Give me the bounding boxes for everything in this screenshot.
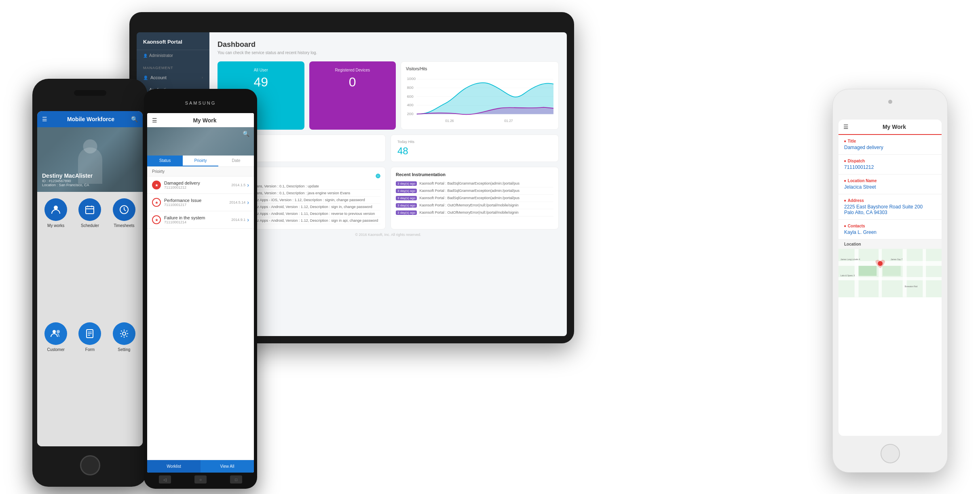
grid-my-works[interactable]: My works [42,198,70,316]
android-hero-image [147,127,254,156]
item-id-1: 71110001212 [164,185,231,189]
footer-text: © 2016 Kaonsoft, Inc. All rights reserve… [218,233,559,237]
form-icon [78,322,101,345]
grid-scheduler[interactable]: Scheduler [76,198,103,316]
today-hits-label: Today Hits [397,140,552,144]
svg-text:Lako & Spenc X: Lako & Spenc X [841,275,855,277]
svg-line-19 [124,210,126,211]
svg-point-26 [122,332,126,335]
item-name-2: Performance Issue [164,198,229,203]
grid-customer[interactable]: Customer [42,322,70,440]
location-name-value: Jelacica Street [844,184,936,190]
ios-home-button-left[interactable] [80,455,100,475]
chart-title: Visitors/Hits [406,67,553,71]
svg-rect-32 [903,249,907,297]
setting-icon [113,322,135,345]
android-menu-icon[interactable]: ☰ [152,117,157,124]
search-icon[interactable]: 🔍 [131,116,138,122]
person-head [83,139,97,153]
android-recent-button[interactable]: □ [230,475,242,483]
android-phone: SAMSUNG ☰ My Work 🔍 Status Prioirty Date… [144,89,257,489]
svg-text:1000: 1000 [407,76,416,81]
work-item-2[interactable]: ★ Performance Issue 71110001217 2014.5.1… [147,194,254,211]
work-item-3[interactable]: ★ Failure in the system 71110001214 2014… [147,211,254,229]
ri-item-4: 3 day(s) ago Kaonsoft Portal : OutOfMemo… [396,202,553,209]
user-id: ID : #1234567890 [42,179,93,183]
android-bottom-bar: ◁ ○ □ [144,472,257,487]
field-title: Title Damaged delivery [838,135,942,155]
svg-text:800: 800 [407,85,413,90]
ios-left-header: ☰ Mobile Workforce 🔍 [37,111,143,127]
android-search-icon[interactable]: 🔍 [243,130,251,139]
svg-point-12 [54,206,58,210]
svg-text:600: 600 [407,94,413,99]
grid-form[interactable]: Form [76,322,103,440]
contacts-value: Kayla L. Green [844,229,936,235]
svg-text:01.27: 01.27 [504,119,513,123]
svg-point-20 [53,330,56,333]
address-label: Address [844,198,936,203]
star-icon-1: ★ [152,181,161,189]
android-hero: 🔍 [147,127,254,156]
work-item-1[interactable]: ★ Damaged delivery 71110001212 2014.1.5 … [147,177,254,194]
item-date-1: 2014.1.5 [231,183,245,187]
dashboard-title: Dashboard [218,40,559,49]
dispatch-label: Dispatch [844,159,936,163]
scene: Kaonsoft Portal Administrator Management… [0,0,980,494]
svg-rect-28 [838,261,942,266]
map-svg: James Long Lcluele 4 James Gay 7 Lako & … [838,249,942,297]
svg-rect-30 [855,249,859,297]
ios-camera-right [888,100,892,104]
chart-svg: 1000 800 600 400 200 [406,74,553,123]
svg-point-21 [57,330,60,333]
tab-date[interactable]: Date [218,156,254,166]
ios-right-menu-icon[interactable]: ☰ [843,124,849,130]
ios-left-title: Mobile Workforce [51,116,131,122]
ri-item-2: 3 day(s) ago Kaonsoft Portal : BadSqlGra… [396,187,553,195]
user-info: Destiny MacAlister ID : #1234567890 Loca… [42,172,93,187]
ios-phone-right: ☰ My Work Title Damaged delivery Dispatc… [832,89,948,473]
chevron-icon-3: › [247,217,249,223]
stats-row-bottom: Registered App 49 Today Hits 48 [218,135,559,162]
address-value: 2225 East Bayshore Road Suite 200 Palo A… [844,204,936,215]
android-brand: SAMSUNG [185,101,216,105]
android-back-button[interactable]: ◁ [159,475,171,483]
item-date-2: 2014.5.14 [229,200,245,204]
chevron-icon-2: › [247,199,249,206]
scheduler-icon [78,198,101,221]
tab-priority[interactable]: Prioirty [183,156,218,166]
map-area[interactable]: James Long Lcluele 4 James Gay 7 Lako & … [838,249,942,297]
menu-icon[interactable]: ☰ [42,116,47,122]
svg-text:01.26: 01.26 [445,119,454,123]
grid-setting[interactable]: Setting [110,322,138,440]
spacer [147,229,254,460]
sidebar-item-account[interactable]: 👤Account › [137,71,209,84]
title-value: Damaged delivery [844,145,936,150]
chevron-icon-1: › [247,182,249,188]
customer-icon [44,322,67,345]
ios-camera-left [74,90,106,96]
customer-label: Customer [47,347,64,352]
map-label: Location [838,240,942,249]
worklist-button[interactable]: Worklist [147,460,201,473]
view-all-button[interactable]: View All [201,460,254,473]
location-name-label: Location Name [844,179,936,183]
android-notch: SAMSUNG [144,89,257,111]
grid-timesheets[interactable]: Timesheets [110,198,138,316]
android-home-button[interactable]: ○ [194,475,207,483]
svg-rect-33 [923,249,926,297]
android-screen-title: My Work [161,117,249,124]
tablet-main-content: Dashboard You can check the service stat… [209,32,567,336]
form-label: Form [85,347,95,352]
svg-rect-34 [859,266,877,276]
setting-label: Setting [118,347,130,352]
today-hits-value: 48 [397,145,552,157]
ios-home-button-right[interactable] [881,444,900,463]
stat-registered-devices-label: Registered Devices [316,68,390,72]
dispatch-value: 71110001212 [844,164,936,170]
field-location-name: Location Name Jelacica Street [838,174,942,194]
title-label: Title [844,139,936,143]
contacts-label: Contacts [844,224,936,228]
tab-status[interactable]: Status [147,156,183,166]
svg-rect-35 [883,266,901,276]
